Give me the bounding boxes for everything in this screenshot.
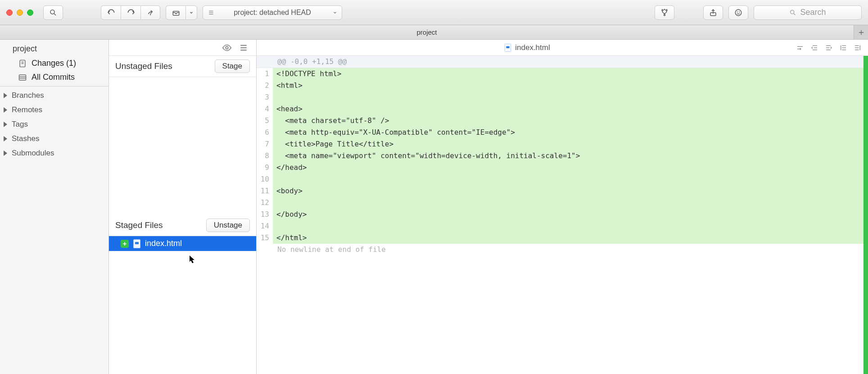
close-window-button[interactable]	[6, 9, 13, 16]
line-text: <meta charset="utf-8" />	[273, 115, 868, 127]
unstaged-title: Unstaged Files	[115, 61, 210, 71]
disclosure-triangle-icon	[4, 93, 7, 98]
new-branch-button[interactable]	[655, 5, 674, 20]
eye-icon[interactable]	[222, 43, 232, 53]
sidebar-item-all-commits[interactable]: All Commits	[0, 70, 108, 84]
sidebar-item-label: Changes (1)	[32, 59, 76, 68]
file-icon	[505, 44, 511, 52]
sidebar-section-stashes[interactable]: Stashes	[0, 132, 108, 146]
minimize-window-button[interactable]	[17, 9, 23, 16]
search-button[interactable]	[43, 5, 63, 20]
share-button[interactable]	[703, 5, 723, 20]
staged-list[interactable]: + index.html	[109, 236, 256, 374]
list-view-icon[interactable]	[239, 44, 248, 52]
section-label: Branches	[12, 91, 44, 100]
line-text	[273, 197, 868, 209]
line-number: 14	[257, 220, 273, 232]
line-text: <title>Page Title</title>	[273, 138, 868, 150]
diff-line[interactable]: 4<head>	[257, 103, 868, 115]
section-label: Stashes	[12, 134, 39, 143]
diff-line[interactable]: 5 <meta charset="utf-8" />	[257, 115, 868, 127]
diff-line[interactable]: 13</body>	[257, 209, 868, 220]
branch-label: project: detached HEAD	[234, 9, 311, 17]
disclosure-triangle-icon	[4, 151, 7, 156]
sidebar-repo-name[interactable]: project	[0, 41, 108, 56]
tab-project[interactable]: project	[0, 25, 854, 39]
line-text: </body>	[273, 209, 868, 220]
diff-line[interactable]: 9</head>	[257, 162, 868, 173]
diff-body[interactable]: @@ -0,0 +1,15 @@ 1<!DOCTYPE html>2<html>…	[257, 56, 868, 374]
file-panel-toolbar	[109, 40, 256, 56]
svg-point-13	[737, 12, 737, 12]
diff-header: index.html	[257, 40, 868, 56]
disclosure-triangle-icon	[4, 136, 7, 141]
diff-tools	[796, 44, 862, 51]
sidebar-section-branches[interactable]: Branches	[0, 88, 108, 103]
expand-left-icon[interactable]	[839, 44, 847, 51]
stash-button[interactable]	[166, 5, 185, 20]
line-text: <head>	[273, 103, 868, 115]
expand-right-icon[interactable]	[854, 44, 862, 51]
sidebar-section-remotes[interactable]: Remotes	[0, 103, 108, 117]
search-icon	[49, 9, 57, 17]
line-number: 3	[257, 91, 273, 103]
line-number: 15	[257, 232, 273, 244]
diff-line[interactable]: 7 <title>Page Title</title>	[257, 138, 868, 150]
diff-line[interactable]: 8 <meta name="viewport" content="width=d…	[257, 150, 868, 162]
changes-icon	[18, 59, 27, 68]
undo-button[interactable]	[101, 5, 121, 20]
add-tab-button[interactable]: ＋	[854, 25, 868, 39]
git-branch-icon	[660, 9, 669, 17]
indent-right-icon[interactable]	[825, 44, 833, 51]
toolbar: project: detached HEAD Search	[0, 0, 868, 25]
unstage-button[interactable]: Unstage	[206, 219, 250, 232]
line-number: 8	[257, 150, 273, 162]
unstaged-list[interactable]	[109, 77, 256, 215]
staged-file-row[interactable]: + index.html	[109, 236, 256, 251]
diff-line[interactable]: 6 <meta http-equiv="X-UA-Compatible" con…	[257, 127, 868, 138]
staged-title: Staged Files	[115, 220, 202, 230]
stash-menu-button[interactable]	[185, 5, 197, 20]
stage-button[interactable]: Stage	[215, 59, 250, 73]
file-icon	[133, 239, 140, 248]
smile-icon	[734, 9, 742, 17]
redo-button[interactable]	[121, 5, 140, 20]
branch-selector[interactable]: project: detached HEAD	[203, 5, 342, 20]
diff-line[interactable]: 11<body>	[257, 185, 868, 197]
stash-group	[166, 5, 197, 20]
share-icon	[709, 9, 717, 17]
diff-line[interactable]: 14	[257, 220, 868, 232]
global-search[interactable]: Search	[754, 5, 862, 20]
line-text: </head>	[273, 162, 868, 173]
line-number: 6	[257, 127, 273, 138]
wrap-icon[interactable]	[796, 44, 804, 51]
sidebar-section-tags[interactable]: Tags	[0, 117, 108, 132]
zoom-window-button[interactable]	[27, 9, 33, 16]
added-badge-icon: +	[121, 240, 129, 248]
file-panel: Unstaged Files Stage Staged Files Unstag…	[109, 40, 257, 374]
diff-line[interactable]: 10	[257, 173, 868, 185]
divider	[0, 86, 108, 87]
file-name: index.html	[145, 239, 182, 248]
up-button[interactable]	[140, 5, 160, 20]
emoji-button[interactable]	[728, 5, 748, 20]
line-number: 1	[257, 68, 273, 80]
line-number: 5	[257, 115, 273, 127]
diff-line[interactable]: 2<html>	[257, 80, 868, 91]
diff-line[interactable]: 12	[257, 197, 868, 209]
diff-line[interactable]: 1<!DOCTYPE html>	[257, 68, 868, 80]
sidebar-section-submodules[interactable]: Submodules	[0, 146, 108, 160]
list-icon	[208, 9, 215, 16]
svg-point-12	[735, 9, 741, 16]
svg-point-7	[666, 9, 667, 11]
line-text	[273, 220, 868, 232]
search-placeholder: Search	[800, 8, 826, 17]
diff-line[interactable]: 3	[257, 91, 868, 103]
diff-eof-message: No newline at end of file	[257, 244, 868, 255]
diff-line[interactable]: 15</html>	[257, 232, 868, 244]
sidebar-item-changes[interactable]: Changes (1)	[0, 56, 108, 70]
indent-left-icon[interactable]	[810, 44, 818, 51]
svg-rect-20	[19, 75, 26, 80]
unstaged-header: Unstaged Files Stage	[109, 56, 256, 77]
line-number: 4	[257, 103, 273, 115]
